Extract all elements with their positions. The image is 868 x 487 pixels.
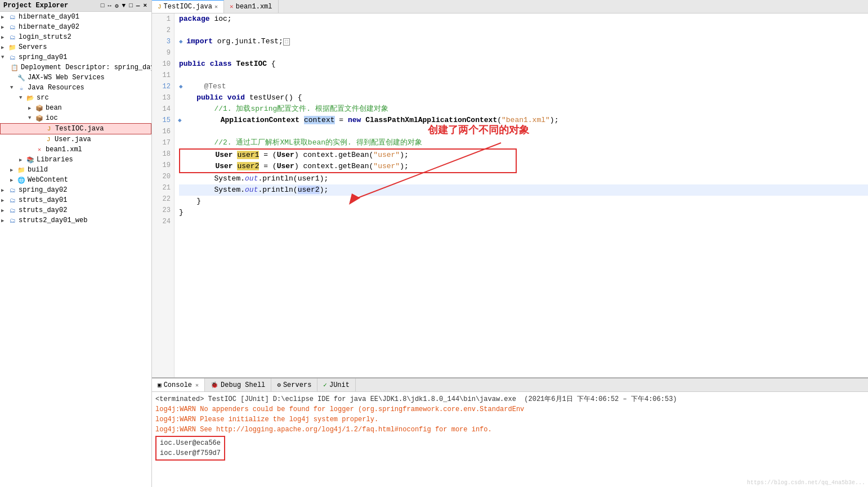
tab-label: JUnit [329,381,350,389]
line-num: 17 [152,137,174,148]
line-num: 1 [152,13,174,25]
package-icon: 📦 [35,114,44,123]
tree-item[interactable]: ▶ 📁 build [0,165,151,175]
sidebar-header-icons: □ ↔ ⚙ ▼ □ — × [100,2,148,10]
tree-item[interactable]: ▶ 🗂 struts_day01 [0,195,151,205]
tree-item[interactable]: J User.java [0,134,151,145]
tab-label: Servers [283,381,311,389]
tree-label: WebContent [28,176,68,184]
sidebar-icon-1[interactable]: □ [100,2,106,10]
deploy-icon: 📋 [10,63,19,72]
sidebar-icon-4[interactable]: ▼ [121,2,127,10]
tree-item[interactable]: ▼ 📂 src [0,93,151,103]
project-icon: 🗂 [8,22,17,31]
tab-label: Debug Shell [221,381,265,389]
tree-label: TestIOC.java [55,125,104,133]
tree-label: hibernate_day01 [19,13,79,21]
line-numbers: 1 2 3 9 10 11 12 13 14 15 16 17 18 19 20… [152,13,175,377]
sidebar-icon-5[interactable]: □ [128,2,134,10]
tree-label: struts_day02 [19,206,67,214]
tree-item[interactable]: ▶ 📁 Servers [0,42,151,52]
tree-label: JAX-WS Web Services [28,74,105,82]
sidebar-icon-6[interactable]: — [135,2,141,10]
sidebar-icon-3[interactable]: ⚙ [114,2,120,10]
java-file-icon: J [44,135,53,144]
tree-item[interactable]: ▶ 🗂 struts2_day01_web [0,215,151,226]
code-line-20: System.out.println(user1); [179,173,868,184]
line-num: 18 [152,148,174,160]
code-content[interactable]: package ioc; ◆ import org.junit.Test;□ p… [175,13,868,377]
tree-item[interactable]: ✕ bean1.xml [0,145,151,155]
editor-area: J TestIOC.java ✕ ✕ bean1.xml 1 2 3 9 10 … [152,0,868,487]
tab-label: TestIOC.java [164,3,212,11]
tree-item[interactable]: ▶ 🗂 spring_day02 [0,185,151,195]
line-num: 24 [152,216,174,227]
line-num: 10 [152,58,174,70]
tree-item[interactable]: ▶ 🗂 login_struts2 [0,32,151,42]
tree-item[interactable]: ▼ ☕ Java Resources [0,83,151,93]
tree-item[interactable]: ▼ 📦 ioc [0,113,151,123]
tree-item[interactable]: ▶ 🌐 WebContent [0,175,151,185]
code-editor[interactable]: 1 2 3 9 10 11 12 13 14 15 16 17 18 19 20… [152,13,868,377]
project-icon: 🗂 [8,33,17,42]
code-line-14: //1. 加载spring配置文件. 根据配置文件创建对象 [179,103,868,115]
code-line-24 [179,218,868,229]
line-num: 13 [152,92,174,103]
project-icon: 🗂 [8,196,17,205]
tree-item[interactable]: ▶ 🗂 struts_day02 [0,205,151,215]
bottom-panel: ▣ Console ✕ 🐞 Debug Shell ⚙ Servers ✓ JU… [152,377,868,487]
tab-icon-xml: ✕ [230,3,234,10]
tree-label: hibernate_day02 [19,23,79,31]
console-output-line-1: ioc.User@eca56e [160,438,221,448]
sidebar-icon-7[interactable]: × [142,2,148,10]
terminated-line: <terminated> TestIOC [JUnit] D:\eclipse … [155,394,865,404]
tree-item[interactable]: ▶ 📚 Libraries [0,155,151,165]
code-line-11 [179,70,868,81]
sidebar-title: Project Explorer [3,2,68,10]
tree-item[interactable]: ▼ 🗂 spring_day01 [0,52,151,62]
console-output-line-2: ioc.User@f759d7 [160,448,221,458]
tree-item-testioc[interactable]: J TestIOC.java [0,123,151,134]
tree-item[interactable]: ▶ 🗂 hibernate_day02 [0,22,151,32]
code-line-21: System.out.println(user2); [179,184,868,196]
line-num: 12 [152,81,174,92]
service-icon: 🔧 [17,73,26,82]
line-num: 14 [152,103,174,115]
line-num: 16 [152,126,174,137]
tree-label: User.java [55,136,91,143]
tree-item[interactable]: 📋 Deployment Descriptor: spring_day01 [0,62,151,73]
code-line-23: } [179,207,868,218]
tab-label: bean1.xml [236,3,272,11]
code-line-1: package ioc; [179,13,868,25]
code-line-19: User user2 = (User) context.getBean("use… [180,161,516,172]
java-resources-icon: ☕ [17,83,26,92]
tree-item[interactable]: 🔧 JAX-WS Web Services [0,73,151,83]
sidebar-icon-2[interactable]: ↔ [106,2,113,10]
console-warn-3: log4j:WARN See http://logging.apache.org… [155,425,865,435]
red-box-lines: User user1 = (User) context.getBean("use… [179,148,517,173]
code-line-16 [179,126,868,137]
project-explorer-panel: Project Explorer □ ↔ ⚙ ▼ □ — × ▶ 🗂 hiber… [0,0,152,487]
tab-testioc[interactable]: J TestIOC.java ✕ [152,0,224,13]
line-num: 2 [152,25,174,36]
tab-junit[interactable]: ✓ JUnit [317,378,356,391]
code-line-13: public void testUser() { [179,92,868,103]
code-line-9 [179,47,868,58]
tree-label: Deployment Descriptor: spring_day01 [21,64,152,71]
tree-label: Java Resources [28,84,84,92]
tab-console[interactable]: ▣ Console ✕ [152,378,205,391]
tab-debug-shell[interactable]: 🐞 Debug Shell [205,378,271,391]
code-line-3: ◆ import org.junit.Test;□ [179,36,868,47]
tree-item[interactable]: ▶ 📦 bean [0,103,151,113]
tree-label: Libraries [37,156,73,164]
close-icon[interactable]: ✕ [214,3,218,10]
code-line-15: ◆ ApplicationContext context = new Class… [179,115,868,126]
tree-label: ioc [46,114,58,122]
java-file-icon: J [44,124,53,133]
tab-servers[interactable]: ⚙ Servers [271,378,317,391]
tab-bean1xml[interactable]: ✕ bean1.xml [224,0,278,13]
tree-item[interactable]: ▶ 🗂 hibernate_day01 [0,12,151,22]
close-x-icon[interactable]: ✕ [195,382,199,389]
line-num: 3 [152,36,174,47]
code-line-17: //2. 通过工厂解析XML获取bean的实例. 得到配置创建的对象 [179,137,868,148]
